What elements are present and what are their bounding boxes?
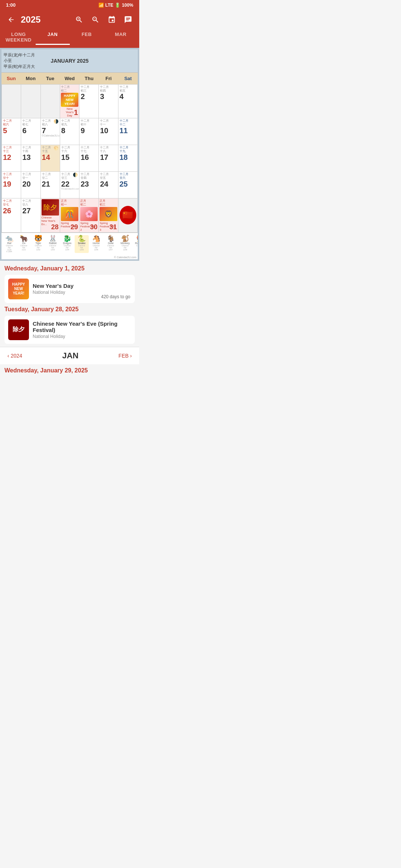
cal-cell-jan19[interactable]: 十二月廿十 19 bbox=[2, 172, 21, 198]
next-event-date-header: Wednesday, January 29, 2025 bbox=[4, 367, 135, 374]
year-title: 2025 bbox=[21, 14, 69, 25]
cal-cell-jan28[interactable]: 除夕 ChineseNew Year's Ev... 28 bbox=[41, 198, 60, 232]
zodiac-horse[interactable]: 🐴 Horse ChineseApr1206 bbox=[89, 235, 103, 253]
zodiac-monkey[interactable]: 🐒 Monkey ChineseApr1208 bbox=[118, 235, 132, 253]
prev-year-label: 2024 bbox=[11, 353, 22, 359]
cal-cell-jan1[interactable]: 十二月初二 HAPPYNEWYEAR! NewYear'sDay 1 bbox=[60, 85, 79, 118]
cal-cell-cn-flag: 🇨🇳 bbox=[118, 198, 138, 232]
zodiac-tiger[interactable]: 🐯 Tiger ChineseApr1202 bbox=[31, 235, 45, 253]
event-title-1: New Year's Day bbox=[33, 283, 131, 289]
zoom-in-button[interactable] bbox=[72, 13, 86, 26]
notes-button[interactable] bbox=[121, 13, 135, 26]
cal-cell-jan6[interactable]: 十二月初七 6 bbox=[21, 118, 40, 145]
battery-label: 100% bbox=[122, 3, 133, 8]
month-year-title: JANUARY 2025 bbox=[37, 58, 103, 64]
day-header-sat: Sat bbox=[118, 73, 138, 84]
calendar: 甲辰(龙)年十二月小至甲辰(蛇)年正月大 JANUARY 2025 Sun Mo… bbox=[0, 48, 139, 261]
cal-cell-jan4[interactable]: 十二月初五 4 bbox=[118, 85, 138, 118]
prev-chevron-icon: ‹ bbox=[7, 353, 9, 359]
zodiac-goat[interactable]: 🐐 Goat ChineseApr1207 bbox=[104, 235, 118, 253]
event-info-newyear: New Year's Day National Holiday bbox=[33, 283, 131, 295]
zodiac-dragon[interactable]: 🐉 Dragon ChineseApr1204 bbox=[60, 235, 74, 253]
next-chevron-icon: › bbox=[130, 353, 132, 359]
event-thumb-cny: 除夕 bbox=[8, 319, 29, 340]
zodiac-rooster[interactable]: 🐓 Rooster ChineseApr1209 bbox=[133, 235, 138, 253]
cal-cell-empty[interactable] bbox=[2, 85, 21, 118]
status-time: 1:00 bbox=[6, 2, 16, 8]
cal-cell-jan3[interactable]: 十二月初四 3 bbox=[99, 85, 118, 118]
calendar-grid: 十二月初二 HAPPYNEWYEAR! NewYear'sDay 1 十二月初三… bbox=[1, 84, 138, 232]
event-card-cny[interactable]: 除夕 Chinese New Year's Eve (Spring Festiv… bbox=[4, 316, 135, 344]
cal-cell-jan15[interactable]: 十二月十六 15 bbox=[60, 145, 79, 172]
tab-long-weekend[interactable]: LONG WEEKEND bbox=[1, 29, 36, 45]
cal-cell-jan12[interactable]: 十二月十三 12 bbox=[2, 145, 21, 172]
cal-cell-jan25[interactable]: 十二月廿六 25 bbox=[118, 172, 138, 198]
cal-cell-jan7[interactable]: 十二月初八 🌗 7 ©Calendar2U.com bbox=[41, 118, 60, 145]
event-title-2: Chinese New Year's Eve (Spring Festival) bbox=[33, 320, 131, 333]
next-nav-button[interactable]: FEB › bbox=[118, 353, 132, 359]
status-bar: 1:00 📶 LTE 🔋 100% bbox=[0, 0, 139, 10]
cal-cell-jan13[interactable]: 十二月十四 13 bbox=[21, 145, 40, 172]
chinese-calendar-info: 甲辰(龙)年十二月小至甲辰(蛇)年正月大 bbox=[4, 52, 37, 69]
day-header-sun: Sun bbox=[1, 73, 21, 84]
day-header-fri: Fri bbox=[99, 73, 118, 84]
cal-cell-jan20[interactable]: 十二月廿一 20 bbox=[21, 172, 40, 198]
cal-cell-jan11[interactable]: 十二月十二 11 bbox=[118, 118, 138, 145]
cal-cell-jan10[interactable]: 十二月十一 10 bbox=[99, 118, 118, 145]
cal-cell-empty[interactable] bbox=[41, 85, 60, 118]
event-card-newyear[interactable]: HAPPYNEWYEAR! New Year's Day National Ho… bbox=[4, 275, 135, 303]
current-period-label: JAN bbox=[62, 351, 78, 361]
event-info-cny: Chinese New Year's Eve (Spring Festival)… bbox=[33, 320, 131, 339]
cal-cell-jan5[interactable]: 十二月初六 5 bbox=[2, 118, 21, 145]
tab-mar[interactable]: MAR bbox=[104, 29, 138, 45]
wifi-icon: 📶 bbox=[98, 3, 104, 8]
cal-cell-jan14[interactable]: 十二月十五 🌕 14 bbox=[41, 145, 60, 172]
cal-cell-jan16[interactable]: 十二月十七 16 bbox=[79, 145, 99, 172]
cal-cell-jan24[interactable]: 十二月廿五 24 bbox=[99, 172, 118, 198]
cal-cell-jan9[interactable]: 十二月初十 9 bbox=[79, 118, 99, 145]
calendar-view-button[interactable] bbox=[105, 13, 118, 26]
cal-cell-jan8[interactable]: 十二月初九 8 bbox=[60, 118, 79, 145]
next-event-hint: Wednesday, January 29, 2025 bbox=[0, 364, 139, 377]
event-type-2: National Holiday bbox=[33, 334, 131, 339]
event-days-1: 420 days to go bbox=[101, 294, 130, 299]
cn-flag-icon: 🇨🇳 bbox=[120, 206, 136, 224]
status-right: 📶 LTE 🔋 100% bbox=[98, 3, 133, 8]
zodiac-rat[interactable]: 🐀 Rat ChineseApr11206 1984 bbox=[2, 235, 16, 253]
cal-cell-empty[interactable] bbox=[21, 85, 40, 118]
cal-cell-jan17[interactable]: 十二月十八 17 bbox=[99, 145, 118, 172]
cal-cell-jan27[interactable]: 十二月廿八 27 bbox=[21, 198, 40, 232]
day-headers: Sun Mon Tue Wed Thu Fri Sat bbox=[1, 73, 138, 84]
cal-cell-jan2[interactable]: 十二月初三 2 bbox=[79, 85, 99, 118]
tab-feb[interactable]: FEB bbox=[70, 29, 104, 45]
events-section: Wednesday, January 1, 2025 HAPPYNEWYEAR!… bbox=[0, 261, 139, 344]
cal-cell-jan21[interactable]: 十二月廿二 21 bbox=[41, 172, 60, 198]
bottom-nav: ‹ 2024 JAN FEB › bbox=[0, 347, 139, 364]
cal-cell-jan31[interactable]: 正月初三 🦁 SpringFestival Day 3 31 bbox=[99, 198, 118, 232]
zoom-out-button[interactable] bbox=[89, 13, 102, 26]
cal-cell-jan18[interactable]: 十二月十九 18 bbox=[118, 145, 138, 172]
calendar-header: 甲辰(龙)年十二月小至甲辰(蛇)年正月大 JANUARY 2025 bbox=[1, 49, 138, 73]
day-header-tue: Tue bbox=[40, 73, 60, 84]
cal-cell-jan23[interactable]: 十二月廿四 23 bbox=[79, 172, 99, 198]
zodiac-snake[interactable]: 🐍 Snake ChineseApr1205 bbox=[75, 235, 89, 253]
prev-nav-button[interactable]: ‹ 2024 bbox=[7, 353, 22, 359]
day-header-wed: Wed bbox=[60, 73, 79, 84]
cal-cell-jan26[interactable]: 十二月廿七 26 bbox=[2, 198, 21, 232]
signal-label: LTE bbox=[105, 3, 114, 8]
month-tabs: LONG WEEKEND JAN FEB MAR bbox=[0, 29, 139, 48]
zodiac-row: 🐀 Rat ChineseApr11206 1984 🐂 Ox ChineseA… bbox=[1, 233, 138, 255]
copyright-text: © Calendar2U.com bbox=[1, 255, 138, 259]
cal-cell-jan29[interactable]: 正月初一 🎊 SpringFestival Da... 29 bbox=[60, 198, 79, 232]
back-button[interactable] bbox=[4, 13, 18, 26]
event-thumb-newyear: HAPPYNEWYEAR! bbox=[8, 279, 29, 299]
header: 2025 bbox=[0, 10, 139, 29]
cal-cell-jan30[interactable]: 正月初二 🌸 SpringFestival Day 2 30 bbox=[79, 198, 99, 232]
zodiac-ox[interactable]: 🐂 Ox ChineseApr1121 bbox=[17, 235, 31, 253]
cal-cell-jan22[interactable]: 十二月廿三 🌓 22 ©Calendar2U.com bbox=[60, 172, 79, 198]
zodiac-rabbit[interactable]: 🐰 Rabbit ChineseApr1203 bbox=[46, 235, 60, 253]
tab-jan[interactable]: JAN bbox=[36, 29, 70, 45]
event-date-2: Tuesday, January 28, 2025 bbox=[4, 306, 135, 313]
battery-icon: 🔋 bbox=[115, 3, 120, 8]
event-date-1: Wednesday, January 1, 2025 bbox=[4, 265, 135, 272]
